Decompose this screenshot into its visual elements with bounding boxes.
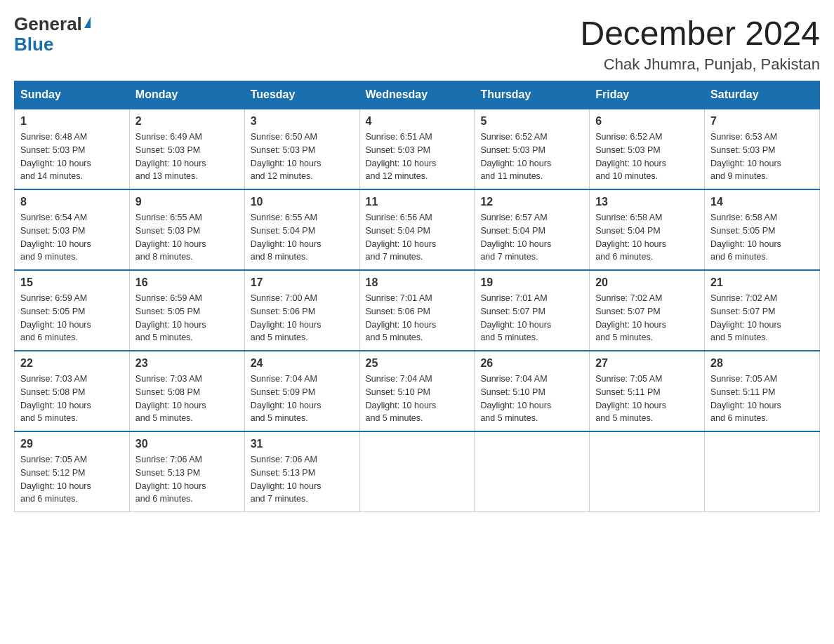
calendar-day-12: 12Sunrise: 6:57 AMSunset: 5:04 PMDayligh…: [475, 189, 590, 270]
calendar-empty-cell: [475, 431, 590, 512]
day-info: Sunrise: 7:03 AMSunset: 5:08 PMDaylight:…: [135, 373, 239, 425]
day-info: Sunrise: 7:04 AMSunset: 5:10 PMDaylight:…: [480, 373, 583, 425]
calendar-day-4: 4Sunrise: 6:51 AMSunset: 5:03 PMDaylight…: [359, 109, 475, 189]
day-number: 4: [366, 115, 469, 128]
logo-general-text: General: [14, 14, 91, 34]
weekday-header-thursday: Thursday: [475, 81, 590, 109]
day-info: Sunrise: 6:50 AMSunset: 5:03 PMDaylight:…: [251, 130, 354, 183]
calendar-day-8: 8Sunrise: 6:54 AMSunset: 5:03 PMDaylight…: [15, 189, 130, 270]
day-number: 10: [251, 196, 354, 208]
day-number: 1: [20, 115, 124, 128]
calendar-day-16: 16Sunrise: 6:59 AMSunset: 5:05 PMDayligh…: [129, 270, 244, 351]
calendar-day-7: 7Sunrise: 6:53 AMSunset: 5:03 PMDaylight…: [705, 109, 820, 189]
day-info: Sunrise: 6:59 AMSunset: 5:05 PMDaylight:…: [135, 292, 239, 344]
day-info: Sunrise: 6:48 AMSunset: 5:03 PMDaylight:…: [20, 130, 124, 183]
day-info: Sunrise: 6:52 AMSunset: 5:03 PMDaylight:…: [595, 130, 699, 183]
calendar-day-1: 1Sunrise: 6:48 AMSunset: 5:03 PMDaylight…: [15, 109, 130, 189]
day-info: Sunrise: 7:03 AMSunset: 5:08 PMDaylight:…: [20, 373, 124, 425]
day-info: Sunrise: 7:06 AMSunset: 5:13 PMDaylight:…: [135, 453, 239, 506]
calendar-day-15: 15Sunrise: 6:59 AMSunset: 5:05 PMDayligh…: [15, 270, 130, 351]
calendar-day-31: 31Sunrise: 7:06 AMSunset: 5:13 PMDayligh…: [244, 431, 359, 512]
day-number: 7: [710, 115, 814, 128]
calendar-day-17: 17Sunrise: 7:00 AMSunset: 5:06 PMDayligh…: [244, 270, 359, 351]
day-info: Sunrise: 6:58 AMSunset: 5:05 PMDaylight:…: [710, 211, 814, 264]
day-info: Sunrise: 6:55 AMSunset: 5:03 PMDaylight:…: [135, 211, 239, 264]
day-info: Sunrise: 6:59 AMSunset: 5:05 PMDaylight:…: [20, 292, 124, 344]
calendar-empty-cell: [705, 431, 820, 512]
day-number: 30: [135, 438, 239, 450]
day-info: Sunrise: 6:52 AMSunset: 5:03 PMDaylight:…: [480, 130, 583, 183]
day-number: 12: [480, 196, 583, 208]
day-number: 29: [20, 438, 124, 450]
weekday-header-monday: Monday: [129, 81, 244, 109]
weekday-header-saturday: Saturday: [705, 81, 820, 109]
calendar-week-5: 29Sunrise: 7:05 AMSunset: 5:12 PMDayligh…: [15, 431, 820, 512]
calendar-day-21: 21Sunrise: 7:02 AMSunset: 5:07 PMDayligh…: [705, 270, 820, 351]
day-info: Sunrise: 6:58 AMSunset: 5:04 PMDaylight:…: [595, 211, 699, 264]
calendar-day-28: 28Sunrise: 7:05 AMSunset: 5:11 PMDayligh…: [705, 351, 820, 431]
calendar-week-3: 15Sunrise: 6:59 AMSunset: 5:05 PMDayligh…: [15, 270, 820, 351]
calendar-day-22: 22Sunrise: 7:03 AMSunset: 5:08 PMDayligh…: [15, 351, 130, 431]
calendar-day-9: 9Sunrise: 6:55 AMSunset: 5:03 PMDaylight…: [129, 189, 244, 270]
day-info: Sunrise: 7:01 AMSunset: 5:07 PMDaylight:…: [480, 292, 583, 344]
day-number: 27: [595, 357, 699, 370]
day-number: 13: [595, 196, 699, 208]
day-number: 6: [595, 115, 699, 128]
day-info: Sunrise: 7:00 AMSunset: 5:06 PMDaylight:…: [251, 292, 354, 344]
calendar-day-10: 10Sunrise: 6:55 AMSunset: 5:04 PMDayligh…: [244, 189, 359, 270]
calendar-day-5: 5Sunrise: 6:52 AMSunset: 5:03 PMDaylight…: [475, 109, 590, 189]
day-number: 19: [480, 276, 583, 289]
calendar-day-26: 26Sunrise: 7:04 AMSunset: 5:10 PMDayligh…: [475, 351, 590, 431]
calendar-day-14: 14Sunrise: 6:58 AMSunset: 5:05 PMDayligh…: [705, 189, 820, 270]
day-info: Sunrise: 6:51 AMSunset: 5:03 PMDaylight:…: [366, 130, 469, 183]
page-header: General Blue December 2024 Chak Jhumra, …: [14, 14, 820, 74]
day-number: 28: [710, 357, 814, 370]
calendar-day-20: 20Sunrise: 7:02 AMSunset: 5:07 PMDayligh…: [590, 270, 705, 351]
calendar-header: SundayMondayTuesdayWednesdayThursdayFrid…: [15, 81, 820, 109]
day-number: 24: [251, 357, 354, 370]
calendar-day-3: 3Sunrise: 6:50 AMSunset: 5:03 PMDaylight…: [244, 109, 359, 189]
weekday-header-friday: Friday: [590, 81, 705, 109]
day-info: Sunrise: 7:06 AMSunset: 5:13 PMDaylight:…: [251, 453, 354, 506]
day-number: 25: [366, 357, 469, 370]
calendar-week-1: 1Sunrise: 6:48 AMSunset: 5:03 PMDaylight…: [15, 109, 820, 189]
calendar-day-23: 23Sunrise: 7:03 AMSunset: 5:08 PMDayligh…: [129, 351, 244, 431]
weekday-header-wednesday: Wednesday: [359, 81, 475, 109]
weekday-header-row: SundayMondayTuesdayWednesdayThursdayFrid…: [15, 81, 820, 109]
logo: General Blue: [14, 14, 91, 54]
calendar-day-19: 19Sunrise: 7:01 AMSunset: 5:07 PMDayligh…: [475, 270, 590, 351]
day-number: 2: [135, 115, 239, 128]
day-number: 16: [135, 276, 239, 289]
location-title: Chak Jhumra, Punjab, Pakistan: [580, 55, 820, 74]
day-number: 17: [251, 276, 354, 289]
day-number: 26: [480, 357, 583, 370]
calendar-day-2: 2Sunrise: 6:49 AMSunset: 5:03 PMDaylight…: [129, 109, 244, 189]
day-number: 3: [251, 115, 354, 128]
day-number: 18: [366, 276, 469, 289]
day-info: Sunrise: 6:53 AMSunset: 5:03 PMDaylight:…: [710, 130, 814, 183]
logo-blue-text: Blue: [14, 34, 91, 55]
day-number: 9: [135, 196, 239, 208]
weekday-header-tuesday: Tuesday: [244, 81, 359, 109]
calendar-empty-cell: [590, 431, 705, 512]
day-number: 21: [710, 276, 814, 289]
calendar-day-29: 29Sunrise: 7:05 AMSunset: 5:12 PMDayligh…: [15, 431, 130, 512]
day-number: 31: [251, 438, 354, 450]
day-info: Sunrise: 6:56 AMSunset: 5:04 PMDaylight:…: [366, 211, 469, 264]
day-info: Sunrise: 6:57 AMSunset: 5:04 PMDaylight:…: [480, 211, 583, 264]
day-info: Sunrise: 7:02 AMSunset: 5:07 PMDaylight:…: [710, 292, 814, 344]
weekday-header-sunday: Sunday: [15, 81, 130, 109]
day-number: 14: [710, 196, 814, 208]
title-area: December 2024 Chak Jhumra, Punjab, Pakis…: [580, 14, 820, 74]
day-info: Sunrise: 7:05 AMSunset: 5:12 PMDaylight:…: [20, 453, 124, 506]
logo-arrow-icon: [84, 17, 91, 28]
calendar-day-11: 11Sunrise: 6:56 AMSunset: 5:04 PMDayligh…: [359, 189, 475, 270]
calendar-day-27: 27Sunrise: 7:05 AMSunset: 5:11 PMDayligh…: [590, 351, 705, 431]
day-info: Sunrise: 7:04 AMSunset: 5:09 PMDaylight:…: [251, 373, 354, 425]
calendar-day-6: 6Sunrise: 6:52 AMSunset: 5:03 PMDaylight…: [590, 109, 705, 189]
day-number: 22: [20, 357, 124, 370]
calendar-week-4: 22Sunrise: 7:03 AMSunset: 5:08 PMDayligh…: [15, 351, 820, 431]
month-title: December 2024: [580, 14, 820, 53]
calendar-empty-cell: [359, 431, 475, 512]
day-number: 11: [366, 196, 469, 208]
